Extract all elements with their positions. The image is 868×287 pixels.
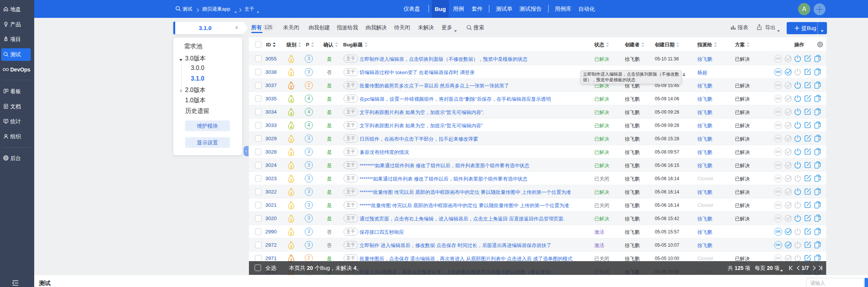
svg-text:3: 3	[290, 205, 292, 209]
svg-text:4: 4	[290, 125, 293, 129]
svg-text:3: 3	[290, 138, 292, 143]
svg-text:3: 3	[290, 165, 292, 169]
svg-text:4: 4	[290, 111, 293, 116]
svg-text:3: 3	[290, 231, 292, 236]
svg-text:4: 4	[290, 98, 293, 103]
svg-text:3: 3	[290, 218, 292, 222]
svg-text:3: 3	[290, 178, 292, 182]
svg-text:3: 3	[290, 191, 292, 196]
svg-text:3: 3	[290, 244, 292, 249]
svg-text:3: 3	[290, 58, 292, 63]
svg-text:3: 3	[290, 151, 292, 156]
svg-text:2: 2	[290, 85, 292, 89]
svg-text:3: 3	[290, 71, 292, 76]
